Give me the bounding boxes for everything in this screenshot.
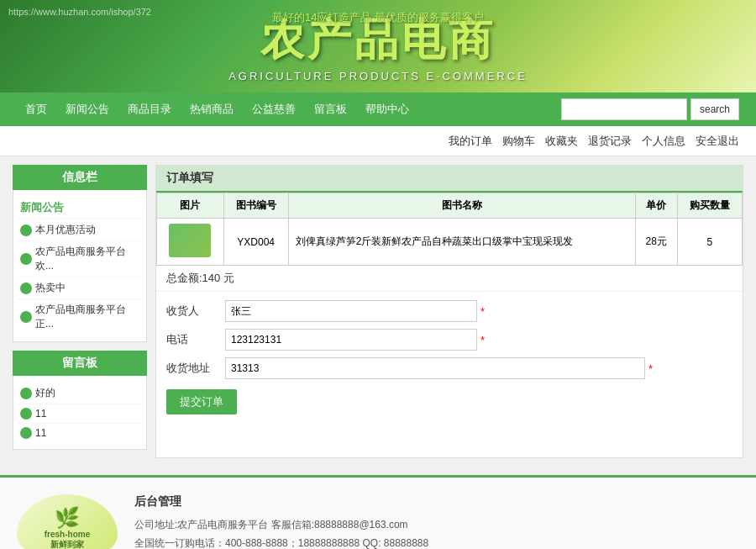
- footer-admin-label[interactable]: 后台管理: [134, 494, 739, 509]
- phone-row: 电话 *: [166, 329, 732, 351]
- bullet-icon: [20, 224, 32, 236]
- sidebar-guest-item-1[interactable]: 11: [18, 404, 141, 424]
- product-price-cell: 28元: [635, 219, 677, 266]
- navbar: 首页 新闻公告 商品目录 热销商品 公益慈善 留言板 帮助中心 search: [0, 92, 756, 126]
- col-header-qty: 购买数量: [677, 193, 742, 219]
- page-header: https://www.huzhan.com/ishop/372 最好的14应打…: [0, 0, 756, 92]
- order-form: 收货人 * 电话 * 收货地址 * 提交订单: [156, 292, 743, 430]
- product-img-cell: [157, 219, 224, 266]
- news-item-label-2: 热卖中: [35, 281, 66, 295]
- footer-logo-text: 🌿 fresh-home 新鲜到家: [45, 506, 90, 550]
- address-row: 收货地址 *: [166, 357, 732, 379]
- bullet-icon: [20, 388, 32, 399]
- guest-item-label-0: 好的: [35, 386, 55, 400]
- order-total: 总金额:140 元: [156, 266, 743, 292]
- order-section-title: 订单填写: [156, 166, 743, 193]
- phone-required: *: [480, 334, 485, 346]
- receiver-input[interactable]: [225, 300, 477, 322]
- bullet-icon: [20, 427, 32, 439]
- product-name-cell: 刘俾真绿芦笋2斤装新鲜农产品自种蔬菜出口级掌中宝现采现发: [288, 219, 635, 266]
- bullet-icon: [20, 282, 32, 294]
- address-required: *: [648, 362, 653, 375]
- bullet-icon: [20, 311, 32, 323]
- sidebar-guestbook-section: 留言板 好的 11 11: [13, 351, 147, 450]
- sidebar-guestbook-body: 好的 11 11: [13, 376, 147, 450]
- nav-help[interactable]: 帮助中心: [357, 97, 417, 122]
- returns-link[interactable]: 退货记录: [588, 134, 632, 149]
- header-url: https://www.huzhan.com/ishop/372: [8, 7, 151, 17]
- header-tagline: 最好的14应打造产品 最优质的服务赢得客户: [272, 10, 484, 25]
- col-header-img: 图片: [157, 193, 224, 219]
- search-input[interactable]: [561, 98, 687, 120]
- footer-company-address: 公司地址:农产品电商服务平台 客服信箱:88888888@163.com: [134, 516, 739, 535]
- nav-home[interactable]: 首页: [17, 97, 55, 122]
- site-subtitle: AGRICULTURE PRODUCTS E-COMMERCE: [228, 70, 528, 82]
- cart-link[interactable]: 购物车: [502, 134, 535, 149]
- order-table: 图片 图书编号 图书名称 单价 购买数量 YXD004 刘俾真绿芦笋2斤装新鲜农…: [156, 193, 743, 266]
- product-qty-cell: 5: [677, 219, 742, 266]
- guest-item-label-2: 11: [35, 427, 46, 439]
- col-header-code: 图书编号: [223, 193, 288, 219]
- footer-phone: 全国统一订购电话：400-888-8888；18888888888 QQ: 88…: [134, 535, 739, 549]
- sidebar-news-header[interactable]: 新闻公告: [18, 197, 141, 219]
- sidebar-guestbook-header: 留言板: [13, 351, 147, 376]
- news-item-label-0: 本月优惠活动: [35, 223, 96, 237]
- receiver-row: 收货人 *: [166, 300, 732, 322]
- userbar: 我的订单 购物车 收藏夹 退货记录 个人信息 安全退出: [0, 126, 756, 156]
- footer-logo-label: fresh-home 新鲜到家: [45, 530, 90, 550]
- sidebar-news-item-0[interactable]: 本月优惠活动: [18, 219, 141, 241]
- nav-news[interactable]: 新闻公告: [57, 97, 118, 122]
- bullet-icon: [20, 408, 32, 420]
- content-area: 订单填写 图片 图书编号 图书名称 单价 购买数量 YXD004 刘俾真: [155, 165, 743, 458]
- footer-info: 后台管理 公司地址:农产品电商服务平台 客服信箱:88888888@163.co…: [134, 494, 739, 549]
- logout-link[interactable]: 安全退出: [696, 134, 739, 149]
- news-item-label-3: 农产品电商服务平台正...: [35, 303, 139, 331]
- address-label: 收货地址: [166, 361, 225, 376]
- address-input[interactable]: [225, 357, 645, 379]
- sidebar-guest-item-2[interactable]: 11: [18, 424, 141, 442]
- nav-catalog[interactable]: 商品目录: [119, 97, 180, 122]
- sidebar-guest-item-0[interactable]: 好的: [18, 383, 141, 404]
- sidebar-info-section: 信息栏 新闻公告 本月优惠活动 农产品电商服务平台欢... 热卖中: [13, 165, 147, 342]
- sidebar-news-item-1[interactable]: 农产品电商服务平台欢...: [18, 241, 141, 277]
- receiver-required: *: [480, 305, 485, 318]
- product-code-cell: YXD004: [223, 219, 288, 266]
- footer-logo: 🌿 fresh-home 新鲜到家: [17, 494, 118, 549]
- sidebar-info-body: 新闻公告 本月优惠活动 农产品电商服务平台欢... 热卖中 农产品电商服务平台正…: [13, 190, 147, 342]
- search-button[interactable]: search: [690, 98, 739, 120]
- main-container: 信息栏 新闻公告 本月优惠活动 农产品电商服务平台欢... 热卖中: [0, 156, 756, 467]
- sidebar: 信息栏 新闻公告 本月优惠活动 农产品电商服务平台欢... 热卖中: [13, 165, 147, 458]
- footer: 🌿 fresh-home 新鲜到家 后台管理 公司地址:农产品电商服务平台 客服…: [0, 475, 756, 549]
- product-image: [169, 224, 211, 257]
- sidebar-news-item-3[interactable]: 农产品电商服务平台正...: [18, 299, 141, 335]
- phone-input[interactable]: [225, 329, 477, 351]
- sidebar-news-label: 新闻公告: [20, 200, 64, 215]
- nav-charity[interactable]: 公益慈善: [244, 97, 304, 122]
- news-item-label-1: 农产品电商服务平台欢...: [35, 245, 139, 273]
- bullet-icon: [20, 253, 32, 265]
- col-header-price: 单价: [635, 193, 677, 219]
- phone-label: 电话: [166, 332, 225, 347]
- guest-item-label-1: 11: [35, 408, 46, 420]
- nav-hot[interactable]: 热销商品: [181, 97, 242, 122]
- submit-row: 提交订单: [166, 386, 732, 414]
- col-header-name: 图书名称: [288, 193, 635, 219]
- profile-link[interactable]: 个人信息: [642, 134, 685, 149]
- submit-button[interactable]: 提交订单: [166, 389, 237, 414]
- receiver-label: 收货人: [166, 304, 225, 319]
- table-row: YXD004 刘俾真绿芦笋2斤装新鲜农产品自种蔬菜出口级掌中宝现采现发 28元 …: [157, 219, 743, 266]
- nav-guestbook[interactable]: 留言板: [306, 97, 355, 122]
- favorites-link[interactable]: 收藏夹: [545, 134, 578, 149]
- search-area: search: [561, 98, 739, 120]
- sidebar-info-header: 信息栏: [13, 165, 147, 190]
- sidebar-news-item-2[interactable]: 热卖中: [18, 277, 141, 299]
- my-orders-link[interactable]: 我的订单: [449, 134, 492, 149]
